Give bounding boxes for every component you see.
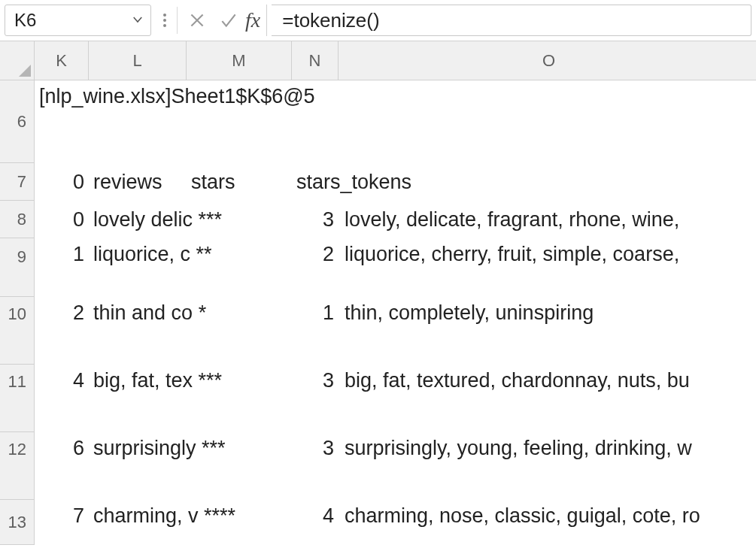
cell-L7[interactable]: reviews [89,163,187,201]
cell-L13-text: charming, v [93,504,199,528]
cell-O9[interactable]: liquorice, cherry, fruit, simple, coarse… [339,238,756,297]
cell-N11[interactable]: 3 [292,365,339,432]
cell-L10[interactable]: thin and co * [89,297,187,365]
cell-K11[interactable]: 4 [35,365,89,432]
cell-N7[interactable]: stars_tokens [292,163,339,201]
cell-L10-text: thin and co [93,301,193,325]
chevron-down-icon[interactable] [131,10,144,31]
cell-M12[interactable] [187,432,292,500]
column-header-O[interactable]: O [339,41,756,80]
column-header-K[interactable]: K [35,41,89,80]
cell-N13[interactable]: 4 [292,500,339,545]
formula-text: =tokenize() [282,9,379,32]
cell-O10[interactable]: thin, completely, uninspiring [339,297,756,365]
cell-M11[interactable] [187,365,292,432]
cell-L9[interactable]: liquorice, c ** [89,238,187,297]
cell-M9[interactable] [187,238,292,297]
cell-L11[interactable]: big, fat, tex *** [89,365,187,432]
row-header-6[interactable]: 6 [0,80,35,163]
row-header-13[interactable]: 13 [0,500,35,545]
cell-M7[interactable]: stars [187,163,292,201]
formula-input[interactable]: =tokenize() [272,5,751,36]
cell-O12[interactable]: surprisingly, young, feeling, drinking, … [339,432,756,500]
row-header-12[interactable]: 12 [0,432,35,500]
column-header-M[interactable]: M [187,41,292,80]
cell-K12[interactable]: 6 [35,432,89,500]
cell-L8[interactable]: lovely delic *** [89,201,187,238]
cell-K9[interactable]: 1 [35,238,89,297]
name-box-value: K6 [14,10,36,31]
cell-M8[interactable] [187,201,292,238]
column-header-N[interactable]: N [292,41,339,80]
cell-O8[interactable]: lovely, delicate, fragrant, rhone, wine, [339,201,756,238]
cell-L8-text: lovely delic [93,208,193,232]
cell-L9-text: liquorice, c [93,243,190,266]
cell-L11-text: big, fat, tex [93,369,193,392]
spreadsheet-grid[interactable]: K L M N O 6 [nlp_wine.xlsx]Sheet1$K$6@5 … [0,41,756,545]
column-header-L[interactable]: L [89,41,187,80]
divider [177,7,178,34]
cell-L12-text: surprisingly [93,437,196,460]
more-menu-icon[interactable] [157,14,172,27]
row-header-10[interactable]: 10 [0,297,35,365]
cell-O11[interactable]: big, fat, textured, chardonnay, nuts, bu [339,365,756,432]
cell-K10[interactable]: 2 [35,297,89,365]
cell-M10[interactable] [187,297,292,365]
row-header-7[interactable]: 7 [0,163,35,201]
merged-cell-K6[interactable]: [nlp_wine.xlsx]Sheet1$K$6@5 [35,80,756,163]
row-header-8[interactable]: 8 [0,201,35,238]
cell-O13[interactable]: charming, nose, classic, guigal, cote, r… [339,500,756,545]
cell-N9[interactable]: 2 [292,238,339,297]
cell-M13[interactable] [187,500,292,545]
cell-K13[interactable]: 7 [35,500,89,545]
cell-N12[interactable]: 3 [292,432,339,500]
name-box[interactable]: K6 [5,5,151,36]
accept-formula-button[interactable] [214,5,244,35]
cell-N8[interactable]: 3 [292,201,339,238]
formula-bar: K6 fx =tokenize() [0,0,756,41]
fx-icon[interactable]: fx [245,5,267,36]
cancel-formula-button[interactable] [182,5,212,35]
select-all-corner[interactable] [0,41,35,80]
row-header-11[interactable]: 11 [0,365,35,432]
row-header-9[interactable]: 9 [0,238,35,297]
cell-K8[interactable]: 0 [35,201,89,238]
cell-L12[interactable]: surprisingly *** [89,432,187,500]
cell-O7[interactable] [339,163,756,201]
cell-N10[interactable]: 1 [292,297,339,365]
formula-controls: fx [182,5,272,36]
cell-K7[interactable]: 0 [35,163,89,201]
cell-L13[interactable]: charming, v **** [89,500,187,545]
